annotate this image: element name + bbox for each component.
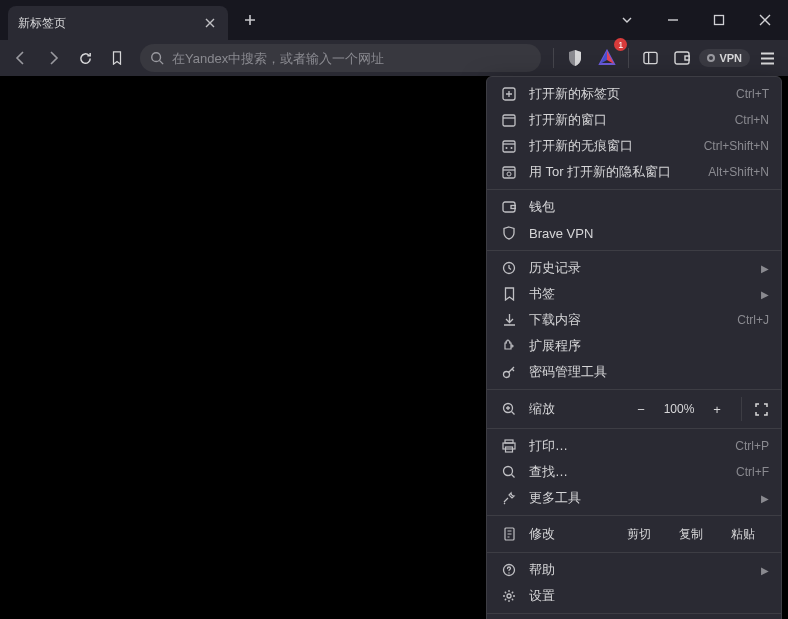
copy-button[interactable]: 复制 bbox=[665, 523, 717, 546]
toolbar-divider bbox=[553, 48, 554, 68]
rewards-button[interactable]: 1 bbox=[592, 43, 622, 73]
window-dropdown-button[interactable] bbox=[604, 0, 650, 40]
menu-brave-vpn[interactable]: Brave VPN bbox=[487, 220, 781, 246]
wallet-toolbar-button[interactable] bbox=[667, 43, 697, 73]
new-tab-button[interactable] bbox=[236, 6, 264, 34]
menu-wallet[interactable]: 钱包 bbox=[487, 194, 781, 220]
menu-passwords[interactable]: 密码管理工具 bbox=[487, 359, 781, 385]
history-icon bbox=[499, 258, 519, 278]
app-menu: 打开新的标签页 Ctrl+T 打开新的窗口 Ctrl+N 打开新的无痕窗口 Ct… bbox=[486, 76, 782, 619]
window-close-button[interactable] bbox=[742, 0, 788, 40]
toolbar-divider bbox=[628, 48, 629, 68]
menu-edit: 修改 剪切 复制 粘贴 bbox=[487, 520, 781, 548]
rewards-badge: 1 bbox=[614, 38, 627, 51]
zoom-icon bbox=[499, 399, 519, 419]
svg-rect-18 bbox=[503, 202, 515, 212]
bookmark-icon bbox=[499, 284, 519, 304]
menu-settings[interactable]: 设置 bbox=[487, 583, 781, 609]
menu-new-incognito[interactable]: 打开新的无痕窗口 Ctrl+Shift+N bbox=[487, 133, 781, 159]
gear-icon bbox=[499, 586, 519, 606]
bookmark-button[interactable] bbox=[102, 43, 132, 73]
window-minimize-button[interactable] bbox=[650, 0, 696, 40]
toolbar-right: 1 VPN bbox=[549, 43, 782, 73]
vpn-label: VPN bbox=[719, 52, 742, 64]
menu-new-window[interactable]: 打开新的窗口 Ctrl+N bbox=[487, 107, 781, 133]
search-icon bbox=[499, 462, 519, 482]
tor-icon bbox=[499, 162, 519, 182]
menu-separator bbox=[487, 250, 781, 251]
window-icon bbox=[499, 110, 519, 130]
menu-extensions[interactable]: 扩展程序 bbox=[487, 333, 781, 359]
submenu-arrow-icon: ▶ bbox=[761, 263, 769, 274]
puzzle-icon bbox=[499, 336, 519, 356]
menu-find[interactable]: 查找… Ctrl+F bbox=[487, 459, 781, 485]
menu-bookmarks[interactable]: 书签 ▶ bbox=[487, 281, 781, 307]
menu-separator bbox=[487, 552, 781, 553]
svg-point-15 bbox=[511, 147, 513, 149]
svg-point-29 bbox=[507, 594, 511, 598]
vpn-status-dot-icon bbox=[707, 54, 715, 62]
menu-separator bbox=[487, 189, 781, 190]
tab-close-button[interactable] bbox=[202, 15, 218, 31]
sidebar-toggle-button[interactable] bbox=[635, 43, 665, 73]
zoom-in-button[interactable]: + bbox=[703, 397, 731, 421]
vpn-button[interactable]: VPN bbox=[699, 49, 750, 67]
menu-separator bbox=[487, 613, 781, 614]
cut-button[interactable]: 剪切 bbox=[613, 523, 665, 546]
svg-rect-0 bbox=[715, 16, 724, 25]
tab-title: 新标签页 bbox=[18, 15, 66, 32]
zoom-out-button[interactable]: − bbox=[627, 397, 655, 421]
menu-zoom: 缩放 − 100% + bbox=[487, 394, 781, 424]
address-bar[interactable] bbox=[140, 44, 541, 72]
menu-help[interactable]: 帮助 ▶ bbox=[487, 557, 781, 583]
menu-separator bbox=[487, 515, 781, 516]
menu-new-tor[interactable]: 用 Tor 打开新的隐私窗口 Alt+Shift+N bbox=[487, 159, 781, 185]
svg-rect-2 bbox=[644, 52, 657, 63]
svg-rect-24 bbox=[503, 443, 515, 449]
svg-rect-13 bbox=[503, 141, 515, 152]
app-menu-button[interactable] bbox=[752, 43, 782, 73]
shield-icon bbox=[499, 223, 519, 243]
svg-point-26 bbox=[504, 467, 513, 476]
menu-new-tab[interactable]: 打开新的标签页 Ctrl+T bbox=[487, 81, 781, 107]
key-icon bbox=[499, 362, 519, 382]
menu-separator bbox=[487, 428, 781, 429]
search-icon bbox=[150, 51, 164, 65]
print-icon bbox=[499, 436, 519, 456]
zoom-value: 100% bbox=[655, 402, 703, 416]
svg-point-14 bbox=[506, 147, 508, 149]
submenu-arrow-icon: ▶ bbox=[761, 493, 769, 504]
tools-icon bbox=[499, 488, 519, 508]
wallet-icon bbox=[499, 197, 519, 217]
edit-icon bbox=[499, 524, 519, 544]
menu-more-tools[interactable]: 更多工具 ▶ bbox=[487, 485, 781, 511]
paste-button[interactable]: 粘贴 bbox=[717, 523, 769, 546]
shields-button[interactable] bbox=[560, 43, 590, 73]
browser-window: 新标签页 bbox=[0, 0, 788, 619]
menu-downloads[interactable]: 下载内容 Ctrl+J bbox=[487, 307, 781, 333]
toolbar: 1 VPN bbox=[0, 40, 788, 76]
submenu-arrow-icon: ▶ bbox=[761, 565, 769, 576]
incognito-icon bbox=[499, 136, 519, 156]
new-tab-icon bbox=[499, 84, 519, 104]
svg-rect-12 bbox=[503, 115, 515, 126]
svg-rect-3 bbox=[675, 52, 689, 64]
titlebar: 新标签页 bbox=[0, 0, 788, 40]
fullscreen-button[interactable] bbox=[741, 397, 769, 421]
menu-history[interactable]: 历史记录 ▶ bbox=[487, 255, 781, 281]
download-icon bbox=[499, 310, 519, 330]
svg-point-17 bbox=[507, 172, 511, 176]
address-input[interactable] bbox=[172, 51, 531, 66]
forward-button[interactable] bbox=[38, 43, 68, 73]
window-maximize-button[interactable] bbox=[696, 0, 742, 40]
tab-active[interactable]: 新标签页 bbox=[8, 6, 228, 40]
window-controls bbox=[604, 0, 788, 40]
svg-point-1 bbox=[152, 53, 161, 62]
submenu-arrow-icon: ▶ bbox=[761, 289, 769, 300]
menu-separator bbox=[487, 389, 781, 390]
back-button[interactable] bbox=[6, 43, 36, 73]
menu-print[interactable]: 打印… Ctrl+P bbox=[487, 433, 781, 459]
help-icon bbox=[499, 560, 519, 580]
reload-button[interactable] bbox=[70, 43, 100, 73]
